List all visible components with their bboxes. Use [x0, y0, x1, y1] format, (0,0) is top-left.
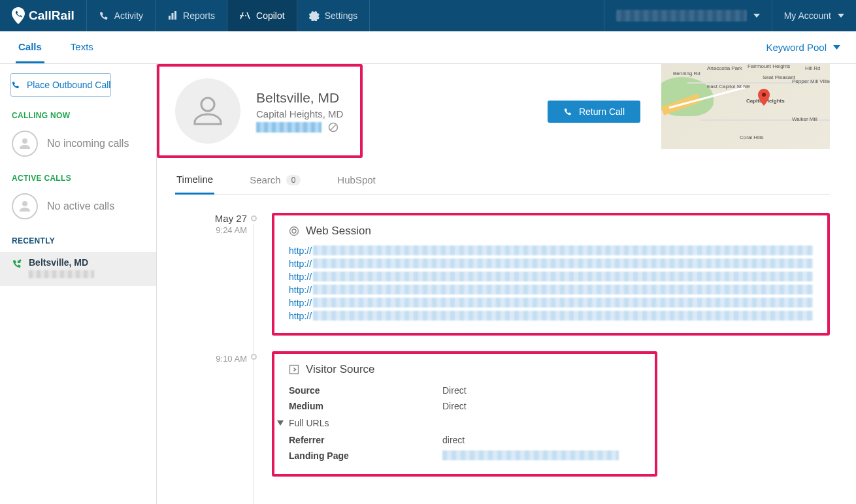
svg-point-6: [290, 227, 299, 236]
section-active-calls: ACTIVE CALLS: [0, 174, 156, 189]
vs-value: Direct: [442, 385, 467, 396]
incoming-call-icon: [12, 259, 22, 269]
dtab-search[interactable]: Search 0: [248, 174, 302, 194]
no-active-label: No active calls: [47, 200, 114, 212]
caller-name: Beltsville, MD: [256, 90, 343, 106]
dtab-hubspot[interactable]: HubSpot: [336, 174, 376, 194]
vs-key: Referrer: [289, 435, 442, 445]
phone-icon: [99, 10, 109, 21]
nav-copilot[interactable]: Copilot: [227, 0, 297, 31]
map-label: Fairmount Heights: [748, 64, 790, 69]
blocked-icon: [328, 122, 338, 133]
session-url-link[interactable]: http://: [289, 296, 813, 309]
svg-rect-0: [169, 16, 171, 20]
caller-location: Capital Heights, MD: [256, 108, 343, 119]
chevron-down-icon: [753, 14, 760, 18]
svg-point-5: [762, 93, 766, 97]
timeline-date: May 27: [175, 213, 247, 224]
chevron-down-icon: [833, 45, 840, 50]
nav-my-account[interactable]: My Account: [772, 0, 856, 31]
vs-value: direct: [442, 435, 465, 445]
brand-text: CallRail: [29, 8, 74, 23]
return-call-button[interactable]: Return Call: [548, 101, 640, 123]
chevron-down-icon: [838, 14, 844, 18]
vs-value: Direct: [442, 401, 467, 411]
session-url-link[interactable]: http://: [289, 257, 813, 270]
full-urls-toggle[interactable]: Full URLs: [277, 414, 640, 432]
session-url-link[interactable]: http://: [289, 244, 813, 257]
nav-settings[interactable]: Settings: [297, 0, 370, 31]
map-label: Coral Hills: [740, 134, 763, 140]
session-url-link[interactable]: http://: [289, 309, 813, 323]
copilot-icon: [239, 11, 251, 20]
map-label: Hill Rd: [805, 65, 821, 71]
active-calls-empty: No active calls: [0, 189, 156, 236]
card-title: Visitor Source: [306, 363, 375, 376]
dtab-timeline[interactable]: Timeline: [175, 174, 214, 195]
caret-down-icon: [277, 420, 284, 426]
enter-icon: [289, 364, 299, 375]
sidebar: Place Outbound Call CALLING NOW No incom…: [0, 64, 157, 504]
recent-item-title: Beltsville, MD: [29, 257, 144, 268]
map-label: Pepper Mill Village: [792, 78, 830, 84]
nav-copilot-label: Copilot: [256, 10, 285, 21]
visitor-source-card: Visitor Source Source Direct Medium Dire…: [272, 351, 657, 477]
map-label: East Capitol St NE: [707, 84, 750, 89]
bar-chart-icon: [167, 10, 178, 21]
no-incoming-label: No incoming calls: [47, 138, 129, 150]
nav-reports[interactable]: Reports: [156, 0, 227, 31]
timeline: May 27 9:24 AM Web Session http:// http:…: [175, 213, 830, 492]
subtab-texts[interactable]: Texts: [68, 31, 96, 63]
session-url-link[interactable]: http://: [289, 283, 813, 296]
map-label: Anacostia Park: [707, 65, 742, 71]
map-pin-icon: [758, 89, 770, 106]
vs-key: Landing Page: [289, 450, 442, 461]
vs-key: Medium: [289, 401, 442, 411]
map-label: Walker Mill: [792, 116, 817, 122]
timeline-dot: [251, 215, 257, 221]
subtab-calls[interactable]: Calls: [16, 31, 44, 63]
nav-activity-label: Activity: [114, 10, 143, 21]
map-label: Benning Rd: [673, 71, 700, 76]
detail-tabs: Timeline Search 0 HubSpot: [175, 174, 830, 195]
svg-line-4: [331, 125, 336, 130]
svg-point-7: [292, 229, 296, 233]
keyword-pool-dropdown[interactable]: Keyword Pool: [766, 31, 840, 63]
timeline-entry: May 27 9:24 AM Web Session http:// http:…: [175, 213, 830, 336]
section-calling-now: CALLING NOW: [0, 111, 156, 127]
caller-avatar: [175, 78, 240, 144]
session-url-link[interactable]: http://: [289, 270, 813, 283]
web-session-card: Web Session http:// http:// http:// http…: [272, 213, 830, 336]
search-count-badge: 0: [286, 175, 301, 185]
sub-nav: Calls Texts Keyword Pool: [0, 31, 856, 64]
gear-icon: [309, 10, 320, 21]
place-outbound-call-button[interactable]: Place Outbound Call: [10, 73, 111, 97]
svg-rect-2: [174, 11, 176, 20]
svg-rect-8: [290, 366, 299, 374]
vs-key: Source: [289, 385, 442, 396]
nav-my-account-label: My Account: [784, 10, 831, 21]
map-label: Seat Pleasant: [763, 74, 795, 80]
avatar-placeholder-icon: [12, 131, 38, 157]
timeline-entry: 9:10 AM Visitor Source Source Direct Med…: [175, 351, 830, 477]
nav-reports-label: Reports: [183, 10, 215, 21]
svg-rect-1: [172, 13, 174, 20]
avatar-placeholder-icon: [12, 193, 38, 219]
timeline-time: 9:24 AM: [175, 225, 247, 235]
calling-now-empty: No incoming calls: [0, 127, 156, 174]
nav-activity[interactable]: Activity: [87, 0, 156, 31]
keyword-pool-label: Keyword Pool: [766, 42, 827, 53]
nav-company-switcher[interactable]: [604, 0, 772, 31]
caller-map[interactable]: Anacostia Park Fairmount Heights Seat Pl…: [661, 64, 830, 149]
recent-item-phone-redacted: [29, 270, 94, 278]
nav-settings-label: Settings: [325, 10, 358, 21]
section-recently: RECENTLY: [0, 236, 156, 252]
phone-pin-icon: [12, 7, 25, 24]
outbound-call-label: Place Outbound Call: [27, 80, 110, 90]
caller-card: Beltsville, MD Capital Heights, MD: [157, 64, 363, 158]
timeline-dot: [251, 354, 257, 360]
recent-call-item[interactable]: Beltsville, MD: [0, 252, 156, 286]
brand-logo[interactable]: CallRail: [0, 0, 87, 31]
phone-icon: [11, 80, 20, 89]
return-call-label: Return Call: [579, 106, 625, 117]
